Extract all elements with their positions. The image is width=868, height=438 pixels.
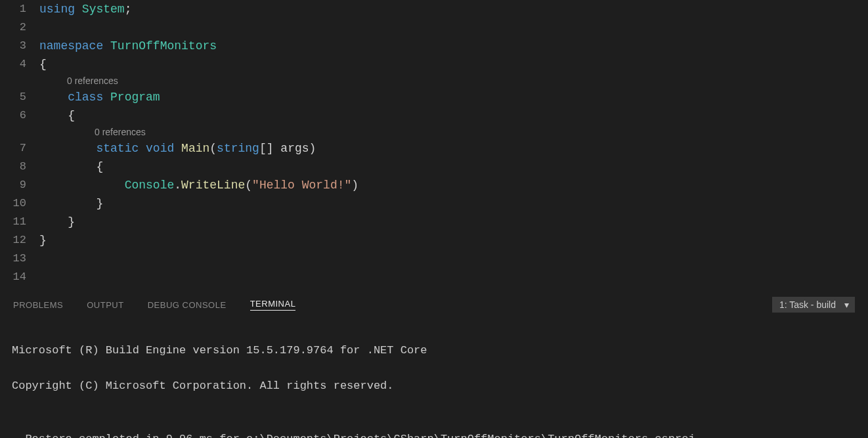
line-number: 9 <box>0 176 39 194</box>
code-line: 5 class Program <box>0 88 868 106</box>
line-number: 5 <box>0 88 39 106</box>
code-line: 10 } <box>0 194 868 213</box>
code-line: 8 { <box>0 158 868 176</box>
code-line: 3 namespace TurnOffMonitors <box>0 37 868 55</box>
code-line: 14 <box>0 268 868 286</box>
code-line: 9 Console.WriteLine("Hello World!") <box>0 176 868 194</box>
line-number: 2 <box>0 18 39 37</box>
terminal-task-dropdown[interactable]: 1: Task - build <box>772 297 855 313</box>
line-number: 6 <box>0 106 39 125</box>
line-number: 11 <box>0 213 39 231</box>
code-line: 13 <box>0 250 868 268</box>
panel-tabs: PROBLEMS OUTPUT DEBUG CONSOLE TERMINAL 1… <box>0 292 868 317</box>
terminal-line: Restore completed in 9.96 ms for e:\Docu… <box>12 430 856 438</box>
line-number: 8 <box>0 158 39 176</box>
line-number: 3 <box>0 37 39 55</box>
line-number: 13 <box>0 250 39 268</box>
code-line: 1 using System; <box>0 0 868 18</box>
line-number: 4 <box>0 55 39 74</box>
terminal-output[interactable]: Microsoft (R) Build Engine version 15.5.… <box>0 317 868 438</box>
code-editor[interactable]: 1 using System; 2 3 namespace TurnOffMon… <box>0 0 868 292</box>
terminal-line: Microsoft (R) Build Engine version 15.5.… <box>12 341 856 359</box>
code-line: 2 <box>0 18 868 37</box>
code-line: 7 static void Main(string[] args) <box>0 139 868 158</box>
tab-terminal[interactable]: TERMINAL <box>250 299 296 311</box>
terminal-line: Copyright (C) Microsoft Corporation. All… <box>12 377 856 395</box>
line-number: 10 <box>0 194 39 213</box>
line-number: 14 <box>0 268 39 286</box>
line-number: 7 <box>0 139 39 158</box>
tab-problems[interactable]: PROBLEMS <box>13 300 63 310</box>
code-line: 11 } <box>0 213 868 231</box>
codelens[interactable]: . 0 references <box>0 74 868 88</box>
tab-debug-console[interactable]: DEBUG CONSOLE <box>148 300 227 310</box>
code-line: 12 } <box>0 231 868 250</box>
line-number: 1 <box>0 0 39 18</box>
code-line: 6 { <box>0 106 868 125</box>
tab-output[interactable]: OUTPUT <box>87 300 123 310</box>
code-line: 4 { <box>0 55 868 74</box>
codelens[interactable]: . 0 references <box>0 125 868 139</box>
line-number: 12 <box>0 231 39 250</box>
